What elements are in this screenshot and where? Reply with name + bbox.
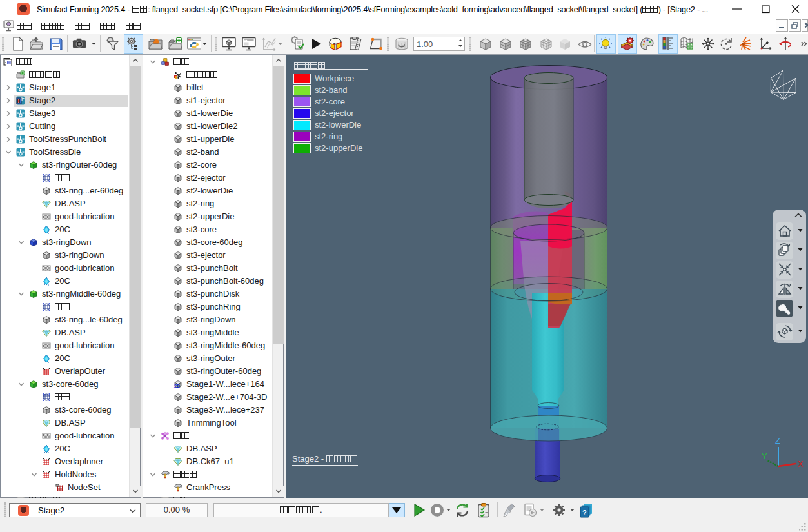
svg-text:Z: Z: [775, 436, 780, 446]
svg-text:X: X: [798, 459, 803, 469]
svg-text:Y: Y: [762, 451, 767, 461]
svg-text:2D: 2D: [174, 384, 180, 388]
svg-text:?: ?: [582, 509, 587, 517]
